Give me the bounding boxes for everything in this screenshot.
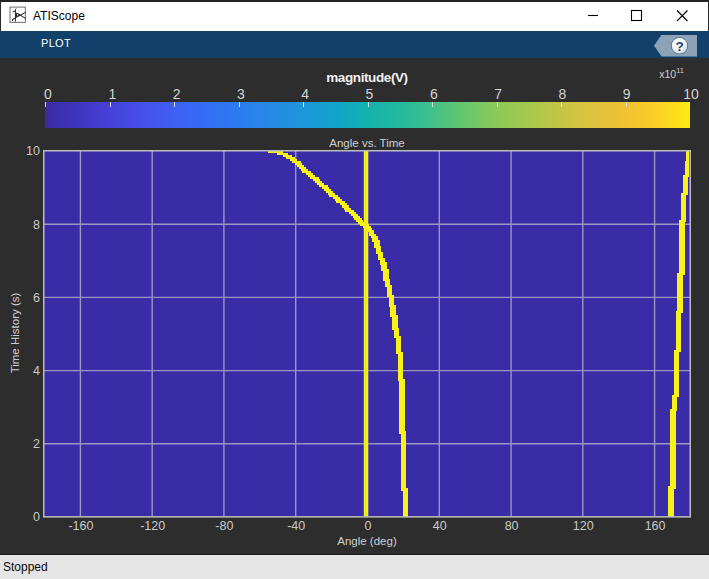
svg-text:?: ? (676, 38, 684, 53)
